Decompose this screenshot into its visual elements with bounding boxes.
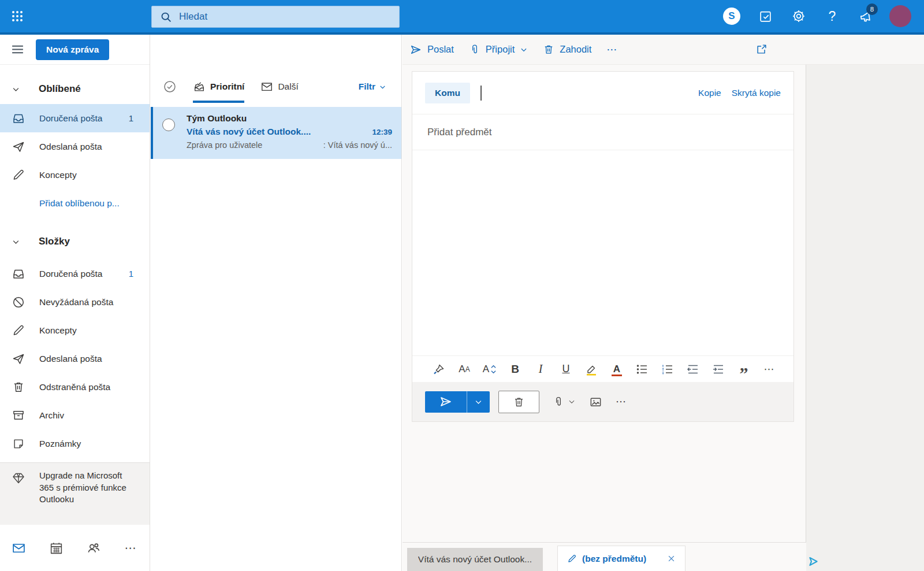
search-input[interactable] bbox=[178, 10, 399, 23]
trash-icon bbox=[543, 43, 554, 55]
bcc-button[interactable]: Skrytá kopie bbox=[732, 88, 781, 98]
send-button[interactable]: Poslat bbox=[409, 43, 454, 56]
hamburger-menu-button[interactable] bbox=[0, 35, 35, 65]
mail-module-button[interactable] bbox=[0, 531, 38, 565]
sidebar-item-drafts[interactable]: Koncepty bbox=[0, 316, 150, 344]
hamburger-icon bbox=[10, 42, 25, 57]
compose-more-button[interactable]: ⋯ bbox=[606, 43, 617, 56]
module-switcher: ⋯ bbox=[0, 525, 150, 571]
active-draft-tab[interactable]: (bez předmětu) bbox=[557, 546, 685, 571]
upgrade-banner[interactable]: Upgrade na Microsoft 365 s prémiové funk… bbox=[0, 462, 150, 525]
sidebar-item-deleted[interactable]: Odstraněná pošta bbox=[0, 373, 150, 401]
bullet-list-button[interactable] bbox=[629, 359, 655, 380]
sidebar-item-sent[interactable]: Odeslaná pošta bbox=[0, 344, 150, 373]
unread-count: 1 bbox=[129, 113, 133, 123]
bold-button[interactable]: B bbox=[502, 359, 528, 380]
whats-new-button[interactable]: 8 bbox=[849, 0, 882, 32]
compose-card: Komu Kopie Skrytá kopie bbox=[412, 71, 794, 422]
more-formatting-button[interactable]: ⋯ bbox=[757, 359, 782, 380]
recipients-row: Komu Kopie Skrytá kopie bbox=[412, 72, 793, 114]
message-sender: Tým Outlooku bbox=[187, 112, 392, 125]
message-select-circle[interactable] bbox=[162, 118, 175, 131]
folder-sidebar: Nová zpráva Oblíbené Doručená pošta 1 Od… bbox=[0, 35, 150, 571]
sidebar-item-notes[interactable]: Poznámky bbox=[0, 429, 150, 458]
sidebar-item-inbox-favorite[interactable]: Doručená pošta 1 bbox=[0, 104, 150, 132]
calendar-module-button[interactable] bbox=[38, 531, 75, 565]
sidebar-item-label: Odeslaná pošta bbox=[39, 354, 102, 364]
people-icon bbox=[86, 540, 101, 555]
open-in-new-window-button[interactable] bbox=[755, 43, 768, 55]
sidebar-item-archive[interactable]: Archiv bbox=[0, 401, 150, 429]
discard-button[interactable]: Zahodit bbox=[543, 43, 591, 55]
sidebar-item-label: Koncepty bbox=[39, 325, 77, 336]
send-message-button[interactable] bbox=[425, 391, 467, 413]
attach-file-button[interactable] bbox=[553, 395, 576, 409]
image-icon bbox=[589, 395, 602, 409]
pencil-icon bbox=[567, 554, 577, 563]
ad-send-plane-icon[interactable] bbox=[807, 555, 819, 568]
new-message-button[interactable]: Nová zpráva bbox=[36, 39, 109, 60]
folders-section-header[interactable]: Složky bbox=[0, 227, 150, 257]
people-module-button[interactable] bbox=[75, 531, 113, 565]
sidebar-item-junk[interactable]: Nevyžádaná pošta bbox=[0, 288, 150, 316]
italic-button[interactable]: I bbox=[528, 359, 553, 380]
underline-button[interactable]: U bbox=[553, 359, 579, 380]
numbered-list-button[interactable] bbox=[655, 359, 680, 380]
blocked-icon bbox=[12, 295, 25, 309]
more-modules-button[interactable]: ⋯ bbox=[112, 531, 150, 565]
sidebar-item-label: Doručená pošta bbox=[39, 113, 102, 124]
more-actions-button[interactable]: ⋯ bbox=[616, 395, 627, 408]
top-bar: S ? 8 bbox=[0, 0, 924, 35]
formatting-toolbar: AA A B I U A bbox=[412, 355, 793, 382]
sidebar-item-inbox[interactable]: Doručená pošta 1 bbox=[0, 259, 150, 288]
day-planner-button[interactable] bbox=[748, 0, 782, 32]
sidebar-item-drafts-favorite[interactable]: Koncepty bbox=[0, 161, 150, 189]
send-icon bbox=[439, 395, 453, 409]
quote-button[interactable]: ” bbox=[731, 359, 757, 380]
subject-row bbox=[412, 114, 793, 150]
search-box bbox=[151, 6, 400, 28]
skype-button[interactable]: S bbox=[715, 0, 748, 32]
insert-image-button[interactable] bbox=[589, 395, 602, 409]
increase-indent-button[interactable] bbox=[706, 359, 731, 380]
sidebar-top-row: Nová zpráva bbox=[0, 35, 150, 65]
compose-toolbar: Poslat Připojit Zahodit ⋯ bbox=[403, 35, 924, 65]
discard-draft-button[interactable] bbox=[498, 391, 539, 413]
highlight-button[interactable] bbox=[579, 359, 604, 380]
font-size-button[interactable]: A bbox=[477, 359, 502, 380]
upgrade-text: Upgrade na Microsoft 365 s prémiové funk… bbox=[39, 470, 132, 525]
select-all-button[interactable] bbox=[163, 80, 177, 94]
minimized-reading-tab[interactable]: Vítá vás nový účet Outlook... bbox=[407, 548, 543, 571]
add-favorite-link[interactable]: Přidat oblíbenou p... bbox=[0, 189, 150, 217]
font-color-button[interactable]: A bbox=[604, 359, 629, 380]
tab-focused[interactable]: Prioritní bbox=[193, 71, 244, 103]
message-body-editor[interactable] bbox=[412, 150, 793, 355]
send-options-button[interactable] bbox=[467, 391, 490, 413]
settings-button[interactable] bbox=[782, 0, 815, 32]
account-avatar[interactable] bbox=[889, 5, 911, 27]
close-icon bbox=[667, 554, 676, 563]
ellipsis-icon: ⋯ bbox=[125, 541, 137, 555]
message-list-item[interactable]: Tým Outlooku Vítá vás nový účet Outlook.… bbox=[151, 107, 401, 159]
search-icon bbox=[160, 11, 172, 23]
draft-tab-label: (bez předmětu) bbox=[582, 554, 662, 564]
to-button[interactable]: Komu bbox=[425, 83, 470, 103]
pencil-icon bbox=[12, 324, 25, 337]
close-draft-button[interactable] bbox=[667, 554, 676, 563]
favorites-section-header[interactable]: Oblíbené bbox=[0, 74, 150, 104]
attach-button[interactable]: Připojit bbox=[469, 43, 528, 56]
help-button[interactable]: ? bbox=[815, 0, 849, 32]
to-input[interactable] bbox=[485, 87, 698, 98]
ellipsis-icon: ⋯ bbox=[606, 44, 617, 55]
app-launcher-button[interactable] bbox=[0, 0, 35, 32]
help-icon: ? bbox=[829, 9, 836, 24]
subject-input[interactable] bbox=[426, 126, 780, 139]
decrease-indent-button[interactable] bbox=[680, 359, 706, 380]
font-button[interactable]: AA bbox=[452, 359, 477, 380]
format-painter-button[interactable] bbox=[426, 359, 452, 380]
cc-button[interactable]: Kopie bbox=[698, 88, 721, 98]
sidebar-item-label: Archiv bbox=[39, 410, 64, 421]
tab-other[interactable]: Další bbox=[260, 71, 298, 103]
sidebar-item-sent-favorite[interactable]: Odeslaná pošta bbox=[0, 132, 150, 161]
filter-dropdown[interactable]: Filtr bbox=[359, 81, 386, 92]
